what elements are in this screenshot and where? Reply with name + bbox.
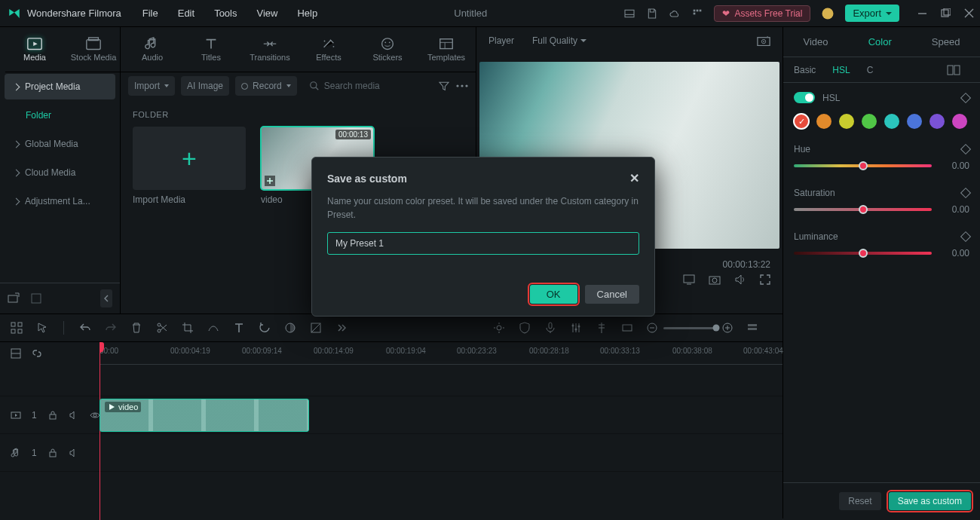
pointer-icon[interactable] (36, 322, 48, 334)
sidebar-item-folder[interactable]: Folder (5, 102, 115, 128)
shield-icon[interactable] (519, 322, 531, 334)
dialog-ok-button[interactable]: OK (530, 285, 577, 304)
record-dropdown[interactable]: Record (235, 76, 297, 96)
filter-icon[interactable] (438, 80, 450, 92)
dialog-cancel-button[interactable]: Cancel (585, 285, 639, 304)
mic-icon[interactable] (544, 322, 556, 334)
slider-value[interactable]: 0.00 (941, 204, 969, 215)
menu-tools[interactable]: Tools (214, 8, 237, 19)
link-icon[interactable] (32, 348, 42, 359)
tab-video[interactable]: Video (804, 36, 828, 47)
swatch-yellow[interactable] (839, 114, 854, 129)
hsl-toggle[interactable] (794, 92, 815, 103)
save-as-custom-button[interactable]: Save as custom (889, 492, 971, 510)
quality-dropdown[interactable]: Full Quality (532, 35, 586, 46)
export-button[interactable]: Export (845, 5, 899, 22)
sidebar-item-project-media[interactable]: Project Media (5, 74, 115, 99)
tab-media[interactable]: Media (5, 37, 64, 62)
reset-button[interactable]: Reset (839, 492, 880, 510)
fullscreen-icon[interactable] (760, 274, 770, 285)
mute-icon[interactable] (69, 448, 79, 458)
swatch-orange[interactable] (816, 114, 831, 129)
menu-view[interactable]: View (256, 8, 277, 19)
preset-name-input[interactable] (327, 232, 639, 255)
hue-track[interactable] (794, 164, 932, 167)
subtab-basic[interactable]: Basic (794, 65, 816, 75)
subtab-hsl[interactable]: HSL (832, 65, 850, 75)
lock-icon[interactable] (47, 448, 58, 458)
tab-stickers[interactable]: Stickers (358, 37, 417, 62)
sidebar-item-global-media[interactable]: Global Media (5, 131, 115, 157)
timeline-zoom[interactable] (647, 323, 733, 333)
minimize-button[interactable] (917, 8, 927, 18)
account-icon[interactable] (821, 7, 835, 20)
tab-audio[interactable]: Audio (123, 37, 182, 62)
slider-value[interactable]: 0.00 (941, 161, 969, 171)
adjust-icon[interactable] (310, 322, 322, 334)
tab-effects[interactable]: Effects (299, 37, 358, 62)
split-icon[interactable] (156, 322, 168, 334)
keyframe-icon[interactable] (960, 92, 971, 102)
apps-icon[interactable] (691, 8, 703, 20)
compare-icon[interactable] (947, 65, 960, 75)
import-dropdown[interactable]: Import (128, 76, 175, 96)
new-bin-icon[interactable] (30, 292, 42, 304)
text-icon[interactable] (233, 322, 245, 334)
volume-icon[interactable] (734, 274, 746, 285)
more-tools-icon[interactable] (335, 322, 348, 334)
visibility-icon[interactable] (90, 410, 100, 421)
save-icon[interactable] (646, 8, 658, 20)
slider-value[interactable]: 0.00 (941, 248, 969, 258)
video-clip[interactable]: video (100, 399, 309, 432)
menu-file[interactable]: File (142, 8, 158, 19)
search-media[interactable]: Search media (303, 81, 432, 91)
saturation-track[interactable] (794, 208, 932, 211)
undo-icon[interactable] (79, 322, 91, 334)
ratio-icon[interactable] (621, 322, 633, 334)
brightness-icon[interactable] (493, 322, 505, 334)
crop-icon[interactable] (182, 322, 194, 334)
camera-icon[interactable] (709, 274, 721, 285)
redo-icon[interactable] (105, 322, 117, 334)
rotate-icon[interactable] (259, 322, 271, 334)
swatch-blue[interactable] (907, 114, 922, 129)
timeline-view-icon[interactable] (746, 322, 758, 334)
swatch-purple[interactable] (929, 114, 945, 129)
tab-color[interactable]: Color (868, 36, 892, 47)
layout-icon[interactable] (623, 8, 635, 20)
import-media-tile[interactable]: + Import Media (133, 127, 246, 205)
keyframe-icon[interactable] (960, 231, 971, 242)
swatch-magenta[interactable] (952, 114, 967, 129)
zoom-out-icon[interactable] (647, 323, 657, 333)
new-folder-icon[interactable] (8, 292, 20, 304)
player-tab[interactable]: Player (488, 35, 514, 46)
sidebar-item-adjustment-layer[interactable]: Adjustment La... (5, 188, 115, 214)
more-icon[interactable] (456, 84, 468, 87)
zoom-in-icon[interactable] (722, 323, 733, 333)
lock-icon[interactable] (47, 410, 58, 421)
time-ruler[interactable]: 00:00 00:00:04:19 00:00:09:14 00:00:14:0… (0, 342, 782, 365)
track-manager-icon[interactable] (11, 348, 21, 359)
tab-transitions[interactable]: Transitions (240, 37, 299, 62)
close-button[interactable] (964, 8, 974, 18)
add-to-timeline-icon[interactable] (264, 175, 276, 187)
tab-speed[interactable]: Speed (932, 36, 960, 47)
swatch-red[interactable] (794, 114, 809, 129)
sidebar-item-cloud-media[interactable]: Cloud Media (5, 160, 115, 185)
speed-ramp-icon[interactable] (207, 322, 219, 334)
slider-thumb[interactable] (859, 161, 868, 170)
luminance-track[interactable] (794, 252, 932, 255)
menu-edit[interactable]: Edit (178, 8, 194, 19)
keyframe-icon[interactable] (960, 188, 971, 198)
color-icon[interactable] (284, 322, 296, 334)
tab-templates[interactable]: Templates (417, 37, 476, 62)
tab-titles[interactable]: Titles (182, 37, 240, 62)
dialog-close-button[interactable]: ✕ (629, 171, 639, 185)
swatch-green[interactable] (862, 114, 877, 129)
menu-help[interactable]: Help (297, 8, 317, 19)
delete-icon[interactable] (130, 322, 142, 334)
mixer-icon[interactable] (570, 322, 582, 334)
marker-flag-icon[interactable] (596, 322, 608, 334)
snapshot-icon[interactable] (757, 35, 770, 46)
maximize-button[interactable] (941, 8, 951, 18)
